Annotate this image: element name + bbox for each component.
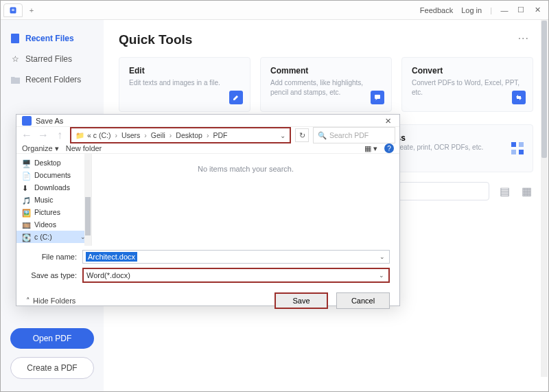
card-convert[interactable]: Convert Convert PDFs to Word, Excel, PPT… bbox=[401, 57, 533, 112]
cancel-button[interactable]: Cancel bbox=[336, 292, 390, 309]
nav-back-icon[interactable]: ← bbox=[21, 129, 33, 141]
nav-up-icon[interactable]: ↑ bbox=[54, 129, 66, 141]
chevron-up-icon: ˄ bbox=[26, 297, 30, 305]
breadcrumb[interactable]: 📁 « c (C:)› Users› Geili› Desktop› PDF ⌄ bbox=[70, 127, 291, 143]
close-icon[interactable]: × bbox=[382, 115, 394, 126]
save-as-dialog: Save As × ← → ↑ 📁 « c (C:)› Users› Geili… bbox=[16, 114, 400, 306]
sidebar-item-recent-folders[interactable]: Recent Folders bbox=[1, 69, 104, 90]
view-grid-icon[interactable]: ▦ bbox=[519, 185, 533, 198]
close-button[interactable]: ✕ bbox=[529, 4, 546, 16]
open-pdf-button[interactable]: Open PDF bbox=[10, 328, 94, 349]
organize-menu[interactable]: Organize ▾ bbox=[22, 144, 59, 153]
new-tab-button[interactable]: + bbox=[25, 4, 38, 16]
pdf-app-icon bbox=[22, 116, 32, 126]
dialog-search-input[interactable]: 🔍 Search PDF bbox=[313, 127, 395, 143]
folder-contents: No items match your search. bbox=[92, 154, 399, 246]
vertical-scrollbar[interactable] bbox=[541, 20, 548, 377]
edit-icon bbox=[229, 91, 243, 104]
tree-item[interactable]: 🖼️Pictures bbox=[16, 206, 91, 218]
svg-rect-10 bbox=[22, 116, 32, 126]
svg-rect-6 bbox=[519, 150, 524, 154]
star-icon: ☆ bbox=[10, 54, 20, 64]
empty-message: No items match your search. bbox=[198, 165, 294, 173]
minimize-button[interactable]: — bbox=[496, 4, 513, 16]
card-title: Comment bbox=[270, 66, 382, 76]
sidebar-item-recent-files[interactable]: Recent Files bbox=[1, 28, 104, 49]
pdf-app-icon bbox=[9, 6, 17, 14]
card-edit[interactable]: Edit Edit texts and images in a file. bbox=[119, 57, 250, 112]
filename-label: File name: bbox=[26, 253, 77, 261]
card-desc: Edit texts and images in a file. bbox=[129, 78, 240, 88]
svg-rect-2 bbox=[375, 95, 380, 99]
sidebar-item-label: Recent Files bbox=[25, 34, 74, 43]
save-as-type-label: Save as type: bbox=[26, 271, 77, 279]
videos-icon: 🎞️ bbox=[22, 221, 31, 229]
save-button[interactable]: Save bbox=[274, 292, 328, 309]
sidebar-item-starred-files[interactable]: ☆ Starred Files bbox=[1, 49, 104, 69]
card-title: Convert bbox=[412, 66, 523, 76]
sidebar-item-label: Starred Files bbox=[25, 54, 72, 64]
more-button[interactable]: ··· bbox=[518, 32, 529, 45]
dialog-title: Save As bbox=[36, 117, 63, 125]
hide-folders-toggle[interactable]: ˄ Hide Folders bbox=[26, 297, 75, 305]
create-pdf-button[interactable]: Create a PDF bbox=[10, 357, 94, 379]
feedback-link[interactable]: Feedback bbox=[420, 6, 453, 14]
folder-tree: 🖥️Desktop 📄Documents ⬇Downloads 🎵Music 🖼… bbox=[16, 154, 92, 246]
app-tab[interactable] bbox=[3, 3, 23, 17]
card-title: Edit bbox=[129, 66, 240, 76]
filename-input[interactable]: Architect.docx ⌄ bbox=[82, 250, 390, 264]
card-comment[interactable]: Comment Add comments, like highlights, p… bbox=[260, 57, 392, 112]
refresh-button[interactable]: ↻ bbox=[295, 128, 309, 142]
search-icon: 🔍 bbox=[318, 131, 327, 140]
svg-rect-5 bbox=[511, 150, 516, 154]
tree-scrollbar[interactable] bbox=[84, 154, 91, 246]
tree-item[interactable]: 💽c (C:)⌄ bbox=[16, 231, 91, 243]
card-desc: Add comments, like highlights, pencil an… bbox=[270, 78, 382, 97]
svg-rect-4 bbox=[519, 142, 524, 147]
drive-icon: 💽 bbox=[22, 233, 31, 241]
sidebar-item-label: Recent Folders bbox=[25, 75, 81, 84]
svg-rect-1 bbox=[11, 34, 19, 43]
maximize-button[interactable]: ☐ bbox=[513, 4, 529, 16]
login-link[interactable]: Log in bbox=[461, 6, 482, 14]
folder-icon: 📄 bbox=[22, 172, 31, 179]
save-as-type-select[interactable]: Word(*.docx) ⌄ bbox=[82, 268, 390, 283]
chevron-down-icon[interactable]: ⌄ bbox=[379, 253, 385, 260]
chevron-down-icon[interactable]: ⌄ bbox=[280, 132, 285, 139]
file-icon bbox=[10, 34, 20, 43]
tree-item[interactable]: 📄Documents bbox=[16, 169, 91, 181]
chevron-down-icon[interactable]: ⌄ bbox=[379, 272, 384, 279]
svg-rect-3 bbox=[511, 142, 516, 147]
folder-icon: 📁 bbox=[75, 131, 84, 140]
folder-icon bbox=[10, 75, 20, 84]
folder-icon: 🖥️ bbox=[22, 159, 31, 167]
help-icon[interactable]: ? bbox=[384, 143, 394, 153]
window-titlebar: + Feedback Log in | — ☐ ✕ bbox=[1, 1, 548, 20]
dialog-titlebar: Save As × bbox=[16, 115, 399, 127]
view-options-icon[interactable]: ▦ ▾ bbox=[364, 144, 377, 153]
tree-item[interactable]: 🎞️Videos bbox=[16, 218, 91, 231]
convert-icon bbox=[512, 91, 526, 104]
tree-item[interactable]: 🖥️Desktop bbox=[16, 157, 91, 169]
download-icon: ⬇ bbox=[22, 184, 31, 192]
batch-icon bbox=[511, 141, 524, 155]
view-list-icon[interactable]: ▤ bbox=[498, 185, 511, 198]
music-icon: 🎵 bbox=[22, 196, 31, 204]
new-folder-button[interactable]: New folder bbox=[66, 144, 102, 152]
pictures-icon: 🖼️ bbox=[22, 209, 31, 216]
card-desc: Convert PDFs to Word, Excel, PPT, etc. bbox=[412, 78, 523, 97]
tree-item[interactable]: 🎵Music bbox=[16, 194, 91, 206]
comment-icon bbox=[371, 91, 384, 104]
page-title: Quick Tools bbox=[119, 32, 533, 47]
nav-forward-icon[interactable]: → bbox=[37, 129, 49, 141]
tree-item[interactable]: ⬇Downloads bbox=[16, 181, 91, 194]
